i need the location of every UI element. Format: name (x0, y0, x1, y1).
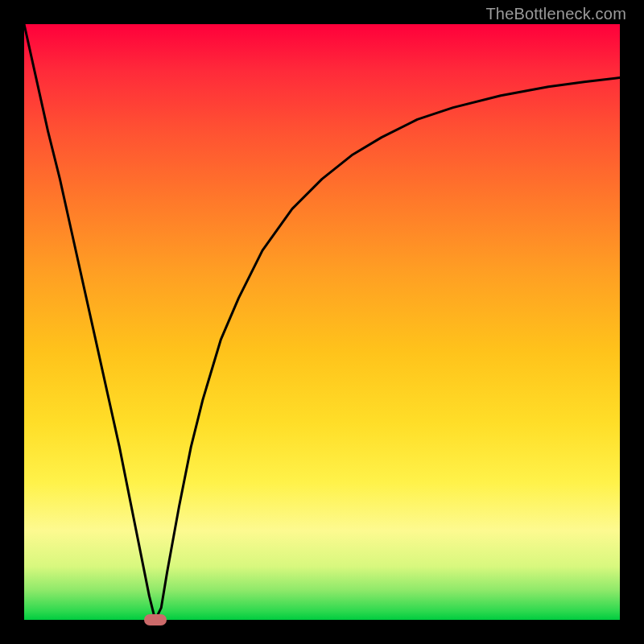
plot-area (24, 24, 620, 620)
watermark-text: TheBottleneck.com (485, 5, 626, 23)
bottleneck-curve (24, 24, 620, 620)
optimum-marker (144, 614, 167, 625)
chart-frame: TheBottleneck.com (0, 0, 644, 644)
